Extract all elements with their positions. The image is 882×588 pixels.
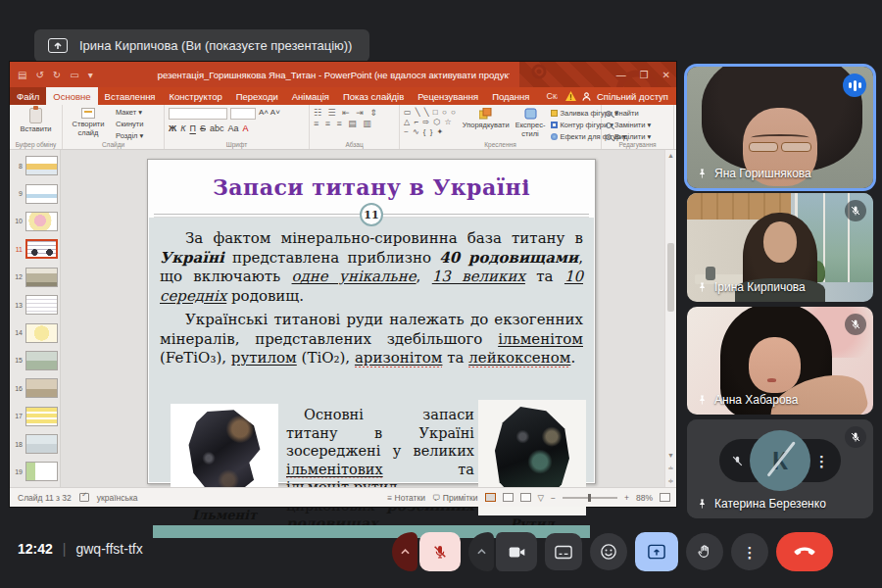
thumbnail-9[interactable]: 9 — [10, 179, 60, 207]
group-font: A˄ A˅ Ж К П S abc Aa А Шрифт — [165, 105, 310, 149]
camera-toggle-button[interactable] — [496, 532, 537, 571]
tab-transitions[interactable]: Переходи — [229, 87, 285, 105]
layout-button[interactable]: Макет ▾ — [116, 108, 143, 118]
vertical-scrollbar[interactable]: ▲ ▼ ≐ ≑ — [664, 150, 676, 487]
reset-button[interactable]: Скинути — [116, 120, 143, 129]
save-icon[interactable]: ▤ — [18, 70, 26, 80]
pin-icon — [697, 498, 708, 510]
thumbnail-8[interactable]: 8 — [10, 152, 60, 179]
tab-animations[interactable]: Анімація — [285, 87, 336, 105]
change-case-button[interactable]: Aa — [227, 123, 238, 133]
participant-tile-kateryna[interactable]: ⋮ К Катерина Березенко — [687, 419, 873, 518]
restore-icon[interactable]: ❒ — [640, 70, 649, 80]
proofing-icon[interactable] — [79, 493, 89, 502]
more-options-button[interactable]: ⋮ — [731, 533, 768, 570]
tab-insert[interactable]: Вставлення — [98, 87, 163, 105]
camera-options-chevron[interactable] — [468, 532, 494, 571]
slide-sorter-view-icon[interactable] — [503, 493, 514, 502]
thumbnail-16[interactable]: 16 — [10, 374, 60, 402]
quick-styles-button[interactable]: Експрес-стилі — [515, 108, 546, 139]
mic-options-chevron[interactable] — [392, 532, 417, 571]
thumbnail-19[interactable]: 19 — [10, 458, 60, 485]
more-options-icon[interactable]: ⋮ — [814, 459, 829, 464]
captions-button[interactable] — [545, 533, 582, 570]
thumbnail-18[interactable]: 18 — [10, 430, 60, 458]
thumbnail-15[interactable]: 15 — [10, 347, 60, 374]
thumbnail-13[interactable]: 13 — [10, 291, 60, 318]
notes-button[interactable]: ≡ Нотатки — [387, 493, 425, 503]
strike-button[interactable]: S — [200, 123, 206, 133]
participant-name: Ірина Кирпичова — [714, 280, 806, 294]
thumbnail-14[interactable]: 14 — [10, 318, 60, 346]
present-button-active[interactable] — [635, 532, 678, 571]
find-button[interactable]: Знайти — [606, 109, 669, 119]
zoom-in-icon[interactable]: + — [624, 493, 629, 503]
participant-tile-yana[interactable]: Яна Горишнякова — [687, 67, 873, 188]
paste-button[interactable]: Вставити — [14, 108, 58, 133]
redo-icon[interactable]: ↻ — [53, 70, 61, 80]
scrollbar-thumb[interactable] — [667, 243, 674, 312]
slideshow-view-icon[interactable]: ▽ — [538, 493, 545, 503]
end-call-button[interactable] — [776, 532, 833, 571]
tab-home[interactable]: Основне — [46, 87, 97, 105]
tab-design[interactable]: Конструктор — [163, 87, 229, 105]
clock: 12:42 — [18, 541, 53, 557]
tab-review[interactable]: Рецензування — [411, 87, 485, 105]
reactions-button[interactable] — [590, 533, 627, 570]
scroll-down-icon[interactable]: ▼ — [665, 450, 676, 462]
close-icon[interactable]: ✕ — [662, 70, 670, 80]
tell-me-box[interactable]: Скажіть, що потрібно зробити... — [537, 87, 558, 105]
new-slide-icon — [81, 108, 95, 119]
italic-button[interactable]: К — [180, 123, 185, 133]
slide-editing-area[interactable]: Запаси титану в Україні 11 За фактом мін… — [61, 150, 664, 487]
new-slide-button[interactable]: Створити слайд — [67, 108, 110, 139]
thumbnail-17[interactable]: 17 — [10, 403, 60, 430]
next-slide-icon[interactable]: ≑ — [665, 475, 676, 487]
participant-tile-iryna[interactable]: Ірина Кирпичова — [687, 193, 873, 302]
present-icon — [48, 38, 68, 53]
bold-button[interactable]: Ж — [169, 123, 176, 133]
undo-icon[interactable]: ↺ — [35, 70, 43, 80]
thumbnail-11-selected[interactable]: 11 — [10, 235, 60, 263]
language-indicator[interactable]: українська — [97, 493, 138, 503]
font-size-box[interactable] — [230, 108, 256, 120]
tab-slideshow[interactable]: Показ слайдів — [336, 87, 411, 105]
minimize-icon[interactable]: — — [616, 70, 626, 80]
normal-view-icon[interactable] — [485, 493, 496, 502]
font-color-button[interactable]: А — [242, 123, 248, 133]
zoom-level[interactable]: 88% — [636, 493, 653, 503]
zoom-slider-thumb[interactable] — [588, 494, 591, 502]
reading-view-icon[interactable] — [520, 493, 531, 502]
zoom-slider[interactable] — [563, 497, 617, 499]
share-button[interactable]: Спільний доступ — [597, 91, 668, 102]
previous-slide-icon[interactable]: ≐ — [665, 463, 676, 474]
replace-button[interactable]: Замінити ▾ — [606, 121, 669, 130]
quick-access-toolbar[interactable]: ▤ ↺ ↻ ▭ ▾ — [18, 62, 93, 87]
comments-button[interactable]: 🗩 Примітки — [432, 493, 478, 503]
underline-button[interactable]: П — [189, 123, 195, 133]
fit-to-window-icon[interactable] — [660, 493, 670, 502]
slideshow-icon[interactable]: ▭ — [70, 70, 78, 80]
mic-muted-icon — [845, 426, 866, 448]
list-buttons[interactable]: ☷ ☰ ⇤ ⇥ ⇕ — [314, 108, 395, 119]
zoom-out-icon[interactable]: − — [551, 493, 556, 503]
thumbnail-12[interactable]: 12 — [10, 264, 60, 291]
shapes-gallery[interactable]: ▭ ╲ ╲ □ ○ ○ △ ⌐ ⇨ ⬡ ☆ ~ ∿ { } ✦ — [404, 108, 457, 139]
grow-shrink-font[interactable]: A˄ A˅ — [259, 108, 280, 120]
raise-hand-button[interactable] — [686, 533, 723, 570]
qat-customize-icon[interactable]: ▾ — [88, 70, 93, 80]
tab-view[interactable]: Подання — [485, 87, 536, 105]
align-buttons[interactable]: ≡ ≡ ≡ ▤ ▥ — [314, 119, 395, 129]
arrange-button[interactable]: Упорядкувати — [463, 108, 510, 139]
tab-file[interactable]: Файл — [10, 87, 46, 105]
slide-canvas[interactable]: Запаси титану в Україні 11 За фактом мін… — [147, 159, 596, 484]
participant-tile-anna[interactable]: Анна Хабарова — [687, 307, 873, 415]
arrange-icon — [479, 108, 492, 120]
thumbnail-10[interactable]: 10 — [10, 208, 60, 235]
font-name-box[interactable] — [169, 108, 227, 120]
slide-thumbnail-panel[interactable]: 8 9 10 11 12 13 14 15 16 17 18 — [10, 150, 61, 487]
mic-toggle-button-muted[interactable] — [419, 532, 461, 571]
section-button[interactable]: Розділ ▾ — [116, 131, 143, 141]
shadow-button[interactable]: abc — [210, 123, 224, 133]
scroll-up-icon[interactable]: ▲ — [665, 150, 676, 162]
